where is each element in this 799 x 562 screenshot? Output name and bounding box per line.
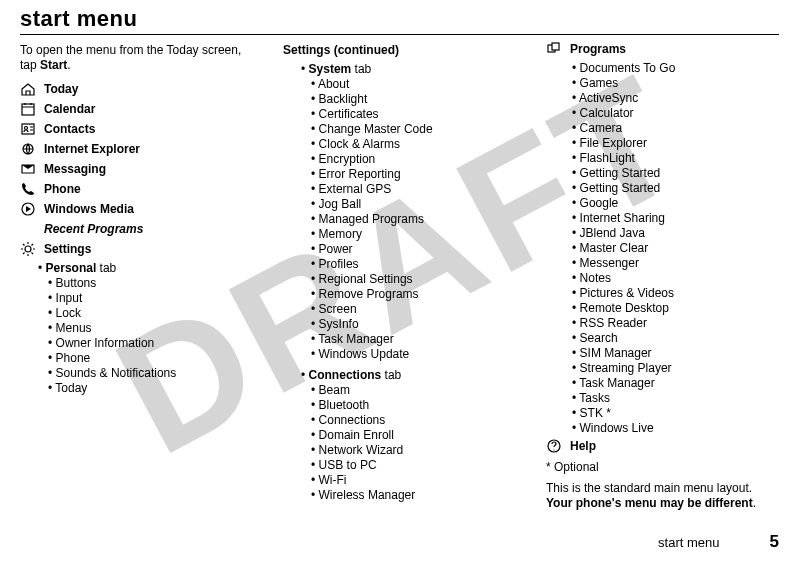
column-2: Settings (continued) System tab AboutBac… [283, 37, 516, 511]
list-item: Buttons [48, 276, 253, 291]
list-item: SysInfo [311, 317, 516, 332]
list-item: FlashLight [572, 151, 779, 166]
list-item: Getting Started [572, 166, 779, 181]
svg-point-2 [25, 127, 28, 130]
list-item: Camera [572, 121, 779, 136]
list-item: Calculator [572, 106, 779, 121]
list-item: ActiveSync [572, 91, 779, 106]
menu-label: Calendar [44, 102, 95, 117]
intro-text: To open the menu from the Today screen, … [20, 43, 253, 73]
list-item: Jog Ball [311, 197, 516, 212]
list-item: Internet Sharing [572, 211, 779, 226]
list-item: Power [311, 242, 516, 257]
menu-label: Messaging [44, 162, 106, 177]
gear-icon [20, 241, 36, 257]
svg-rect-0 [22, 104, 34, 115]
list-item: Task Manager [572, 376, 779, 391]
settings-continued: Settings (continued) [283, 43, 516, 58]
list-item: USB to PC [311, 458, 516, 473]
contacts-icon [20, 121, 36, 137]
menu-item-ie: Internet Explorer [20, 141, 253, 157]
page-title: start menu [20, 6, 779, 35]
list-item: Documents To Go [572, 61, 779, 76]
list-item: Network Wizard [311, 443, 516, 458]
list-item: Pictures & Videos [572, 286, 779, 301]
list-item: Screen [311, 302, 516, 317]
list-item: About [311, 77, 516, 92]
list-item: Search [572, 331, 779, 346]
ie-icon [20, 141, 36, 157]
settings-connections: Connections tab BeamBluetoothConnections… [301, 368, 516, 503]
list-item: STK * [572, 406, 779, 421]
settings-personal: Personal tab ButtonsInputLockMenusOwner … [38, 261, 253, 396]
menu-label: Help [570, 439, 596, 454]
svg-point-5 [25, 246, 31, 252]
list-item: Certificates [311, 107, 516, 122]
calendar-icon [20, 101, 36, 117]
help-icon [546, 438, 562, 454]
list-item: Remote Desktop [572, 301, 779, 316]
list-item: Google [572, 196, 779, 211]
list-item: Regional Settings [311, 272, 516, 287]
list-item: Backlight [311, 92, 516, 107]
page-number: 5 [770, 532, 779, 552]
list-item: RSS Reader [572, 316, 779, 331]
list-item: Profiles [311, 257, 516, 272]
menu-item-today: Today [20, 81, 253, 97]
list-item: Connections [311, 413, 516, 428]
menu-label: Windows Media [44, 202, 134, 217]
list-item: Today [48, 381, 253, 396]
media-icon [20, 201, 36, 217]
list-item: Lock [48, 306, 253, 321]
optional-note: * Optional [546, 460, 779, 475]
menu-item-phone: Phone [20, 181, 253, 197]
closing-note: This is the standard main menu layout. Y… [546, 481, 779, 511]
list-item: Remove Programs [311, 287, 516, 302]
list-item: Managed Programs [311, 212, 516, 227]
list-item: Change Master Code [311, 122, 516, 137]
list-item: Input [48, 291, 253, 306]
menu-label: Settings [44, 242, 91, 257]
list-item: Windows Live [572, 421, 779, 436]
menu-label: Today [44, 82, 78, 97]
menu-label: Programs [570, 42, 626, 57]
settings-system: System tab AboutBacklightCertificatesCha… [301, 62, 516, 362]
list-item: Encryption [311, 152, 516, 167]
list-item: SIM Manager [572, 346, 779, 361]
menu-item-wm: Windows Media [20, 201, 253, 217]
phone-icon [20, 181, 36, 197]
list-item: Clock & Alarms [311, 137, 516, 152]
footer-label: start menu [658, 535, 719, 550]
menu-label: Internet Explorer [44, 142, 140, 157]
list-item: Games [572, 76, 779, 91]
page-footer: start menu 5 [658, 532, 779, 552]
menu-label: Phone [44, 182, 81, 197]
list-item: File Explorer [572, 136, 779, 151]
list-item: Bluetooth [311, 398, 516, 413]
list-item: Streaming Player [572, 361, 779, 376]
list-item: Phone [48, 351, 253, 366]
list-item: Tasks [572, 391, 779, 406]
list-item: External GPS [311, 182, 516, 197]
menu-label: Contacts [44, 122, 95, 137]
list-item: Wi-Fi [311, 473, 516, 488]
list-item: Beam [311, 383, 516, 398]
list-item: Wireless Manager [311, 488, 516, 503]
list-item: Menus [48, 321, 253, 336]
svg-rect-1 [22, 124, 34, 134]
column-3: Programs Documents To GoGamesActiveSyncC… [546, 37, 779, 511]
list-item: Memory [311, 227, 516, 242]
menu-item-help: Help [546, 438, 779, 454]
menu-item-calendar: Calendar [20, 101, 253, 117]
list-item: JBlend Java [572, 226, 779, 241]
list-item: Windows Update [311, 347, 516, 362]
programs-list: Documents To GoGamesActiveSyncCalculator… [572, 61, 779, 436]
list-item: Getting Started [572, 181, 779, 196]
menu-label: Recent Programs [44, 222, 143, 237]
list-item: Sounds & Notifications [48, 366, 253, 381]
list-item: Task Manager [311, 332, 516, 347]
list-item: Notes [572, 271, 779, 286]
svg-point-9 [553, 449, 554, 450]
menu-item-settings: Settings [20, 241, 253, 257]
list-item: Messenger [572, 256, 779, 271]
